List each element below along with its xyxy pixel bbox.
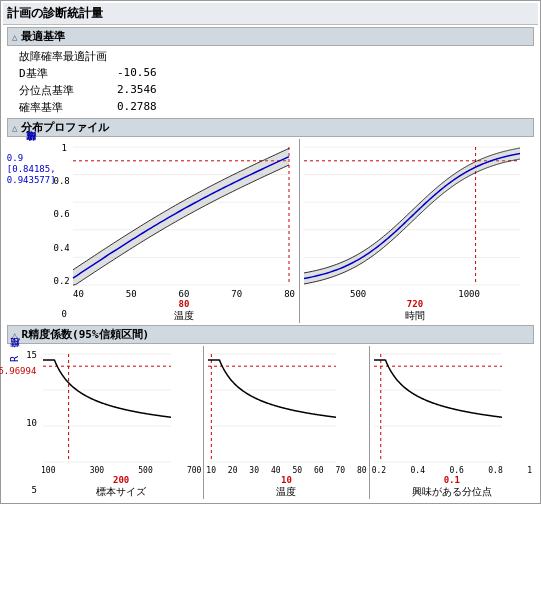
- r-x-700: 700: [187, 466, 201, 475]
- x-right-1000: 1000: [458, 289, 480, 299]
- r-y-5: 5: [25, 485, 37, 495]
- main-title-text: 計画の診断統計量: [7, 5, 103, 22]
- r-x-50: 50: [292, 466, 302, 475]
- x-left-70: 70: [231, 289, 242, 299]
- r-x-axis-row: 100 300 500 700 200 標本サイズ 10 20 30: [39, 466, 534, 499]
- optimal-header: 最適基準: [7, 27, 534, 46]
- row-prob: 確率基準 0.2788: [15, 99, 526, 116]
- distribution-chart-container: 故障確率 0.9 [0.84185, 0.943577] 1 0.8 0.6 0…: [11, 139, 530, 323]
- r-x-title-1: 標本サイズ: [39, 485, 203, 499]
- x-right-500: 500: [350, 289, 366, 299]
- r-x-06: 0.6: [449, 466, 463, 475]
- distribution-section: 分布プロファイル 故障確率 0.9 [0.84185, 0.943577] 1 …: [7, 118, 534, 323]
- distribution-label: 分布プロファイル: [21, 120, 109, 135]
- y-val-0: 0: [54, 309, 68, 319]
- r-canvas-3: [370, 346, 510, 466]
- r-x-title-2: 温度: [204, 485, 368, 499]
- r-x-02: 0.2: [372, 466, 386, 475]
- x-axis-row: 40 50 60 70 80 80 温度 500 1000: [69, 289, 530, 323]
- r-precision-header: R精度係数(95%信頼区間): [7, 325, 534, 344]
- x-title-temp: 温度: [69, 309, 299, 323]
- r-x-labels-1: 100 300 500 700: [39, 466, 203, 475]
- fault-plan-label: 故障確率最適計画: [19, 49, 109, 64]
- d-criterion-value: -10.56: [117, 66, 157, 81]
- x-axis-right-block: 500 1000 720 時間: [300, 289, 530, 323]
- y-ann-2: [0.84185,: [7, 164, 56, 175]
- r-precision-label: R精度係数(95%信頼区間): [21, 327, 149, 342]
- r-x-04: 0.4: [411, 466, 425, 475]
- r-x-title-3: 興味がある分位点: [370, 485, 534, 499]
- y-axis-numbers: 1 0.8 0.6 0.4 0.2 0: [52, 139, 70, 323]
- x-left-40: 40: [73, 289, 84, 299]
- dist-charts: 40 50 60 70 80 80 温度 500 1000: [69, 139, 530, 323]
- row-fault-plan: 故障確率最適計画: [15, 48, 526, 65]
- distribution-header: 分布プロファイル: [7, 118, 534, 137]
- y-val-02: 0.2: [54, 276, 68, 286]
- r-x-red-01: 0.1: [370, 475, 534, 485]
- r-x-labels-3: 0.2 0.4 0.6 0.8 1: [370, 466, 534, 475]
- r-x-block-3: 0.2 0.4 0.6 0.8 1 0.1 興味がある分位点: [370, 466, 534, 499]
- y-val-04: 0.4: [54, 243, 68, 253]
- main-container: 計画の診断統計量 最適基準 故障確率最適計画 D基準 -10.56 分位点基準 …: [0, 0, 541, 504]
- r-x-20: 20: [228, 466, 238, 475]
- r-canvas-1: [39, 346, 179, 466]
- d-criterion-label: D基準: [19, 66, 109, 81]
- x-left-60: 60: [179, 289, 190, 299]
- r-y-numbers: 15 10 5 15.96994: [23, 346, 39, 499]
- y-val-1: 1: [54, 143, 68, 153]
- r-precision-section: R精度係数(95%信頼区間) R精度 15 10 5 15.96994: [3, 325, 538, 499]
- r-x-300: 300: [90, 466, 104, 475]
- r-chart-3: [370, 346, 534, 466]
- quantile-value: 2.3546: [117, 83, 157, 98]
- r-chart-2: [204, 346, 369, 466]
- r-y-15: 15: [25, 350, 37, 360]
- y-ann-3: 0.943577]: [7, 175, 56, 186]
- r-chart-1: [39, 346, 204, 466]
- y-annotation: 0.9 [0.84185, 0.943577]: [7, 153, 56, 185]
- r-x-80: 80: [357, 466, 367, 475]
- x-red-label-80: 80: [69, 299, 299, 309]
- r-value: 15.96994: [0, 366, 36, 376]
- y-ann-1: 0.9: [7, 153, 56, 164]
- r-x-40: 40: [271, 466, 281, 475]
- r-charts-col: 100 300 500 700 200 標本サイズ 10 20 30: [39, 346, 534, 499]
- dist-chart-right: [300, 139, 530, 289]
- quantile-label: 分位点基準: [19, 83, 109, 98]
- r-x-block-1: 100 300 500 700 200 標本サイズ: [39, 466, 204, 499]
- prob-value: 0.2788: [117, 100, 157, 115]
- y-val-08: 0.8: [54, 176, 68, 186]
- dist-canvas-right: [300, 139, 530, 289]
- r-precision-container: R精度 15 10 5 15.96994: [7, 346, 534, 499]
- r-y-10: 10: [25, 418, 37, 428]
- r-x-100: 100: [41, 466, 55, 475]
- x-left-80: 80: [284, 289, 295, 299]
- optimal-section: 最適基準 故障確率最適計画 D基準 -10.56 分位点基準 2.3546 確率…: [7, 27, 534, 116]
- r-x-labels-2: 10 20 30 40 50 60 70 80: [204, 466, 368, 475]
- r-y-axis-label: R精度: [8, 356, 22, 362]
- r-x-red-200: 200: [39, 475, 203, 485]
- r-x-70: 70: [335, 466, 345, 475]
- x-title-time: 時間: [300, 309, 530, 323]
- dist-chart-left: [69, 139, 300, 289]
- dist-charts-row: [69, 139, 530, 289]
- r-x-30: 30: [249, 466, 259, 475]
- r-x-60: 60: [314, 466, 324, 475]
- y-axis-column: 故障確率 0.9 [0.84185, 0.943577]: [11, 139, 52, 323]
- r-x-red-10: 10: [204, 475, 368, 485]
- prob-label: 確率基準: [19, 100, 109, 115]
- r-charts-row: [39, 346, 534, 466]
- dist-canvas-left: [69, 139, 299, 289]
- optimal-label: 最適基準: [21, 29, 65, 44]
- y-val-06: 0.6: [54, 209, 68, 219]
- r-x-10: 10: [206, 466, 216, 475]
- x-axis-right-labels: 500 1000: [300, 289, 530, 299]
- x-left-50: 50: [126, 289, 137, 299]
- r-x-500: 500: [138, 466, 152, 475]
- row-quantile: 分位点基準 2.3546: [15, 82, 526, 99]
- x-axis-left-labels: 40 50 60 70 80: [69, 289, 299, 299]
- r-canvas-2: [204, 346, 344, 466]
- x-axis-left-block: 40 50 60 70 80 80 温度: [69, 289, 300, 323]
- row-d-criterion: D基準 -10.56: [15, 65, 526, 82]
- x-red-label-720: 720: [300, 299, 530, 309]
- r-x-08: 0.8: [488, 466, 502, 475]
